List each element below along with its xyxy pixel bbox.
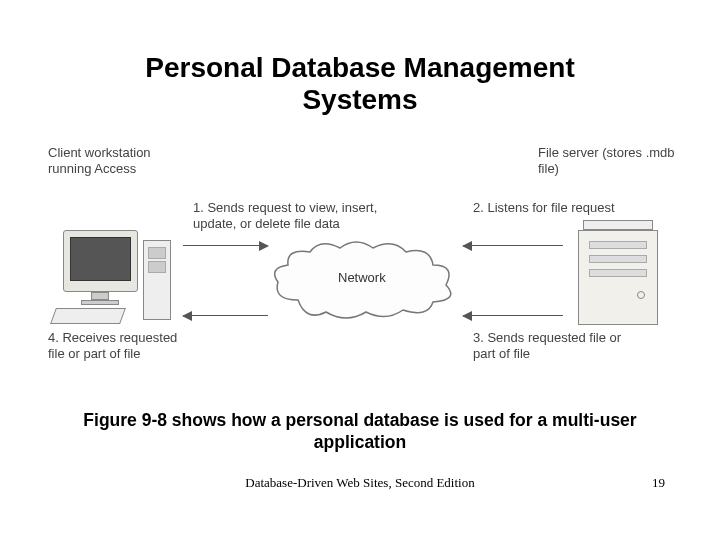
monitor-stand-icon [91,292,109,300]
server-slot-icon [589,269,647,277]
step-3-label: 3. Sends requested file or part of file [473,330,643,363]
client-label: Client workstation running Access [48,145,168,178]
server-slot-icon [589,255,647,263]
file-server-icon [578,220,658,325]
arrow-step3-icon [463,315,563,316]
client-workstation-icon [53,230,173,330]
arrow-step2-icon [463,245,563,246]
server-label: File server (stores .mdb file) [538,145,678,178]
computer-tower-icon [143,240,171,320]
server-body-icon [578,230,658,325]
figure-caption: Figure 9-8 shows how a personal database… [48,410,672,454]
footer-source: Database-Driven Web Sites, Second Editio… [0,475,720,491]
server-button-icon [637,291,645,299]
step-4-label: 4. Receives requested file or part of fi… [48,330,188,363]
monitor-icon [63,230,138,292]
server-top-icon [583,220,653,230]
arrow-step4-icon [183,315,268,316]
figure-diagram: Client workstation running Access File s… [48,145,672,385]
step-2-label: 2. Listens for file request [473,200,643,216]
network-label: Network [338,270,386,286]
title-line-2: Systems [302,84,417,115]
keyboard-icon [50,308,126,324]
slide-title: Personal Database Management Systems [0,52,720,116]
step-1-label: 1. Sends request to view, insert, update… [193,200,383,233]
arrow-step1-icon [183,245,268,246]
slide: Personal Database Management Systems Cli… [0,0,720,540]
monitor-base-icon [81,300,119,305]
title-line-1: Personal Database Management [145,52,575,83]
server-slot-icon [589,241,647,249]
page-number: 19 [652,475,665,491]
